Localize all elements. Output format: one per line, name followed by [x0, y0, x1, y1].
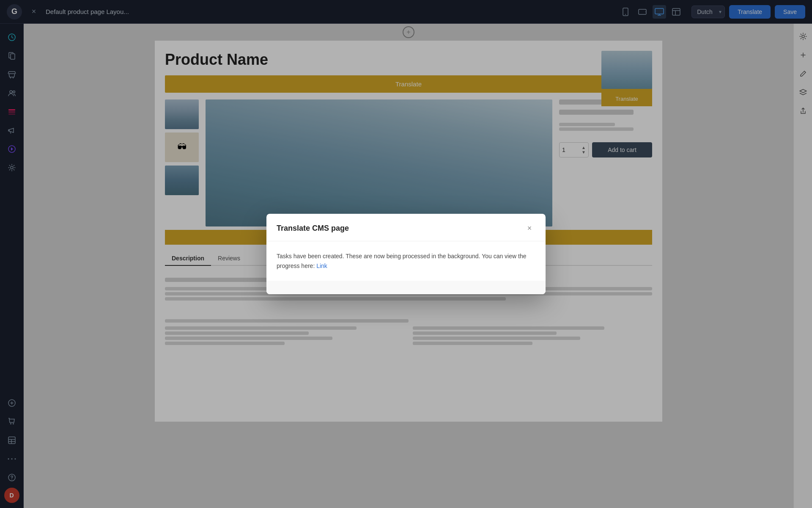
- translate-cms-modal: Translate CMS page × Tasks have been cre…: [266, 214, 546, 294]
- modal-link[interactable]: Link: [316, 262, 327, 269]
- modal-overlay[interactable]: Translate CMS page × Tasks have been cre…: [0, 0, 812, 508]
- modal-footer: [266, 281, 546, 294]
- modal-close-button[interactable]: ×: [524, 222, 535, 234]
- modal-title: Translate CMS page: [277, 224, 349, 233]
- modal-message: Tasks have been created. These are now b…: [277, 251, 535, 271]
- modal-body: Tasks have been created. These are now b…: [266, 241, 546, 281]
- modal-header: Translate CMS page ×: [266, 214, 546, 241]
